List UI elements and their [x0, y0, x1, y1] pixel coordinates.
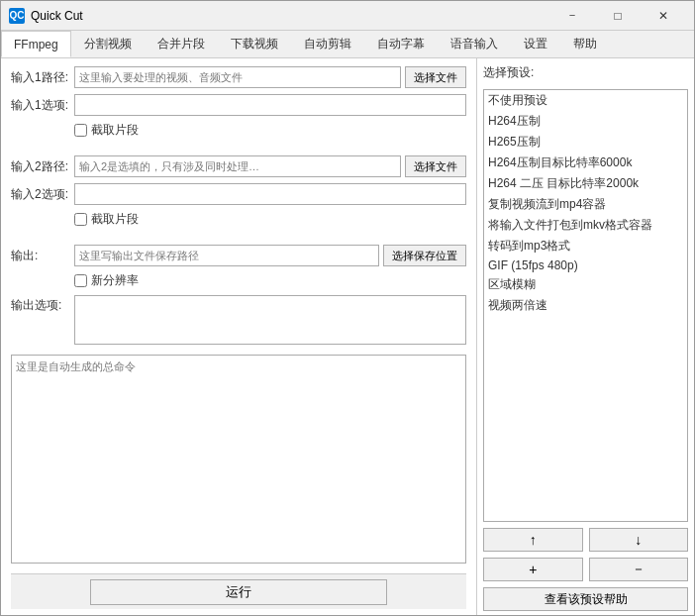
command-area[interactable]	[11, 355, 466, 564]
input2-options-field[interactable]	[74, 183, 466, 205]
preset-add-remove-row: + －	[483, 558, 688, 581]
menu-item-merge[interactable]: 合并片段	[145, 31, 218, 57]
maximize-button[interactable]: □	[595, 1, 641, 31]
output-path-label: 输出:	[11, 248, 70, 264]
input2-options-label: 输入2选项:	[11, 186, 70, 203]
preset-move-row: ↑ ↓	[483, 528, 688, 552]
output-options-field[interactable]	[74, 295, 466, 345]
close-button[interactable]: ✕	[641, 1, 686, 31]
run-button[interactable]: 运行	[90, 579, 387, 605]
new-resolution-row: 新分辨率	[74, 272, 466, 289]
title-bar: QC Quick Cut － □ ✕	[1, 1, 694, 31]
preset-item-h265[interactable]: H265压制	[484, 132, 687, 153]
input2-clip-checkbox[interactable]	[74, 213, 87, 226]
preset-remove-button[interactable]: －	[589, 558, 689, 581]
preset-add-button[interactable]: +	[483, 558, 583, 581]
preset-label: 选择预设:	[483, 64, 688, 81]
preset-help-button[interactable]: 查看该预设帮助	[483, 587, 688, 611]
menu-bar: FFmpeg 分割视频 合并片段 下载视频 自动剪辑 自动字幕 语音输入 设置 …	[1, 31, 694, 58]
output-options-label: 输出选项:	[11, 295, 70, 314]
run-btn-row: 运行	[11, 573, 466, 609]
input2-path-row: 输入2路径: 选择文件	[11, 155, 466, 177]
menu-item-voice-input[interactable]: 语音输入	[438, 31, 511, 57]
preset-item-double-speed[interactable]: 视频两倍速	[484, 295, 687, 316]
input1-options-field[interactable]	[74, 94, 466, 116]
menu-item-help[interactable]: 帮助	[560, 31, 610, 57]
input2-clip-row: 截取片段	[74, 211, 466, 228]
input1-clip-checkbox[interactable]	[74, 124, 87, 137]
input2-path-field[interactable]	[74, 155, 401, 177]
output-choose-button[interactable]: 选择保存位置	[383, 245, 466, 266]
menu-item-split[interactable]: 分割视频	[71, 31, 145, 57]
menu-item-settings[interactable]: 设置	[511, 31, 560, 57]
input2-path-label: 输入2路径:	[11, 158, 70, 175]
input1-options-label: 输入1选项:	[11, 97, 70, 114]
minimize-button[interactable]: －	[549, 1, 595, 31]
command-area-wrapper	[11, 355, 466, 564]
input1-path-field[interactable]	[74, 66, 401, 88]
output-path-field[interactable]	[74, 245, 379, 266]
preset-item-pack-mkv[interactable]: 将输入文件打包到mkv格式容器	[484, 215, 687, 236]
input1-path-row: 输入1路径: 选择文件	[11, 66, 466, 88]
new-resolution-label: 新分辨率	[91, 272, 139, 289]
app-icon: QC	[9, 8, 25, 24]
input1-path-label: 输入1路径:	[11, 69, 70, 86]
preset-down-button[interactable]: ↓	[589, 528, 689, 552]
output-options-row: 输出选项:	[11, 295, 466, 345]
preset-item-copy-mp4[interactable]: 复制视频流到mp4容器	[484, 194, 687, 215]
input2-options-row: 输入2选项:	[11, 183, 466, 205]
input1-options-row: 输入1选项:	[11, 94, 466, 116]
preset-item-region-blur[interactable]: 区域模糊	[484, 274, 687, 295]
preset-item-h264-6000k[interactable]: H264压制目标比特率6000k	[484, 153, 687, 173]
app-title: Quick Cut	[31, 9, 549, 23]
preset-up-button[interactable]: ↑	[483, 528, 583, 552]
menu-item-auto-edit[interactable]: 自动剪辑	[291, 31, 364, 57]
preset-item-gif[interactable]: GIF (15fps 480p)	[484, 257, 687, 274]
left-panel: 输入1路径: 选择文件 输入1选项: 截取片段 输入2路径: 选择文件	[1, 58, 476, 616]
right-panel: 选择预设: 不使用预设 H264压制 H265压制 H264压制目标比特率600…	[476, 58, 694, 616]
preset-list[interactable]: 不使用预设 H264压制 H265压制 H264压制目标比特率6000k H26…	[483, 89, 688, 522]
input1-clip-row: 截取片段	[74, 122, 466, 139]
input2-clip-label: 截取片段	[91, 211, 139, 228]
input1-clip-label: 截取片段	[91, 122, 139, 139]
preset-item-h264-2000k[interactable]: H264 二压 目标比特率2000k	[484, 173, 687, 194]
preset-item-none[interactable]: 不使用预设	[484, 90, 687, 111]
output-path-row: 输出: 选择保存位置	[11, 245, 466, 266]
preset-item-to-mp3[interactable]: 转码到mp3格式	[484, 236, 687, 257]
input1-choose-button[interactable]: 选择文件	[405, 66, 466, 88]
new-resolution-checkbox[interactable]	[74, 274, 87, 287]
window-controls: － □ ✕	[549, 1, 686, 31]
main-content: 输入1路径: 选择文件 输入1选项: 截取片段 输入2路径: 选择文件	[1, 58, 694, 616]
input2-choose-button[interactable]: 选择文件	[405, 155, 466, 177]
menu-item-auto-subtitle[interactable]: 自动字幕	[364, 31, 438, 57]
menu-item-download[interactable]: 下载视频	[218, 31, 291, 57]
menu-item-ffmpeg[interactable]: FFmpeg	[1, 31, 71, 57]
preset-item-h264[interactable]: H264压制	[484, 111, 687, 132]
